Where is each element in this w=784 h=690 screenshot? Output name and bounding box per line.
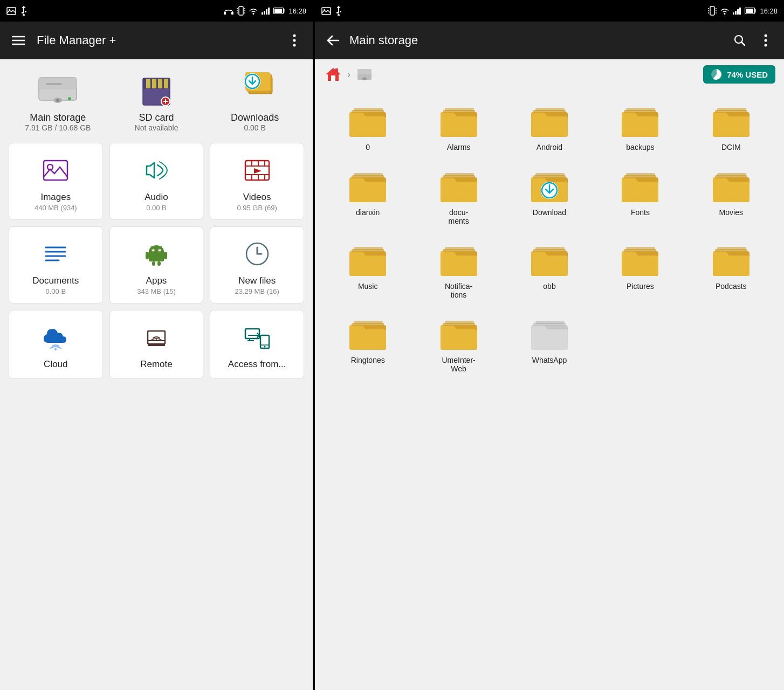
- svg-rect-137: [717, 108, 746, 111]
- status-icons-right: 16:28: [224, 6, 306, 16]
- folder-backups-icon: [616, 100, 664, 141]
- audio-sublabel: 0.00 B: [146, 204, 167, 212]
- sd-card-icon: [132, 70, 181, 108]
- folder-dcim[interactable]: DCIM: [687, 95, 775, 156]
- category-audio[interactable]: Audio 0.00 B: [109, 143, 204, 220]
- folder-dcim-icon: [707, 100, 755, 141]
- svg-rect-155: [717, 173, 746, 176]
- folder-dianxin-icon: [343, 165, 392, 206]
- svg-rect-134: [626, 108, 655, 111]
- breadcrumb-storage[interactable]: [355, 65, 374, 84]
- folder-umiinterweb[interactable]: UmeInter- Web: [414, 308, 503, 377]
- folder-whatsapp-label: WhatsApp: [532, 356, 567, 364]
- svg-rect-36: [146, 79, 150, 88]
- svg-rect-21: [274, 9, 282, 13]
- hamburger-button[interactable]: [9, 31, 28, 50]
- folder-android[interactable]: Android: [505, 95, 594, 156]
- svg-rect-16: [262, 12, 263, 15]
- folder-documents[interactable]: docu- ments: [414, 160, 503, 230]
- overflow-button-right[interactable]: [756, 31, 775, 50]
- battery-icon-r: [745, 8, 757, 14]
- signal-icon-r: [733, 7, 741, 15]
- folder-movies[interactable]: Movies: [687, 160, 775, 230]
- category-remote[interactable]: Remote: [109, 310, 204, 379]
- svg-rect-4: [25, 11, 26, 12]
- folder-fonts[interactable]: Fonts: [596, 160, 684, 230]
- folder-whatsapp[interactable]: WhatsApp: [505, 308, 594, 377]
- svg-rect-89: [322, 8, 331, 15]
- folder-notifications[interactable]: Notifica- tions: [414, 234, 503, 303]
- new-files-label: New files: [238, 275, 276, 286]
- folder-0-label: 0: [366, 143, 370, 151]
- folder-android-label: Android: [537, 143, 562, 151]
- svg-rect-72: [146, 252, 149, 259]
- folder-documents-label: docu- ments: [449, 208, 469, 225]
- access-icon: [241, 321, 273, 354]
- svg-rect-119: [357, 69, 372, 74]
- svg-point-94: [338, 14, 340, 16]
- svg-rect-73: [164, 252, 167, 259]
- folder-notifications-label: Notifica- tions: [445, 282, 472, 299]
- sd-card-item[interactable]: SD card Not available: [116, 70, 197, 132]
- folder-0-icon: [343, 100, 392, 141]
- storage-section: Main storage 7.91 GB / 10.68 GB: [9, 70, 304, 132]
- sd-card-label: SD card: [139, 112, 174, 123]
- folder-alarms[interactable]: Alarms: [414, 95, 503, 156]
- folder-download[interactable]: Download: [505, 160, 594, 230]
- folder-whatsapp-icon: [525, 313, 574, 354]
- category-new-files[interactable]: New files 23.29 MB (16): [210, 226, 304, 303]
- svg-point-114: [765, 44, 767, 47]
- folder-fonts-icon: [616, 165, 664, 206]
- app-title: File Manager +: [37, 33, 276, 47]
- documents-icon: [39, 238, 72, 270]
- downloads-item[interactable]: Downloads 0.00 B: [215, 70, 295, 132]
- folder-pictures[interactable]: Pictures: [596, 234, 684, 303]
- folder-dianxin[interactable]: dianxin: [324, 160, 412, 230]
- svg-rect-0: [7, 8, 16, 15]
- breadcrumb-home[interactable]: [324, 65, 343, 84]
- category-apps[interactable]: Apps 343 MB (15): [109, 226, 204, 303]
- category-images[interactable]: Images 440 MB (934): [9, 143, 103, 220]
- main-storage-item[interactable]: Main storage 7.91 GB / 10.68 GB: [17, 70, 98, 132]
- image-status-icon-r: [321, 7, 331, 15]
- folder-movies-label: Movies: [719, 208, 743, 217]
- folder-backups[interactable]: backups: [596, 95, 684, 156]
- images-sublabel: 440 MB (934): [35, 204, 77, 212]
- apps-label: Apps: [146, 275, 167, 286]
- folder-0[interactable]: 0: [324, 95, 412, 156]
- svg-rect-92: [336, 12, 339, 13]
- vibrate-icon: [237, 6, 245, 16]
- svg-rect-32: [46, 83, 62, 85]
- audio-icon: [140, 154, 173, 187]
- back-button[interactable]: [324, 31, 343, 50]
- search-button[interactable]: [730, 31, 749, 50]
- svg-rect-106: [739, 8, 741, 15]
- folder-android-icon: [525, 100, 574, 141]
- audio-label: Audio: [145, 192, 168, 203]
- folder-ringtones[interactable]: Ringtones: [324, 308, 412, 377]
- folder-podcasts[interactable]: Podcasts: [687, 234, 775, 303]
- svg-rect-38: [158, 79, 162, 88]
- usage-badge: 74% USED: [703, 65, 775, 84]
- downloads-label: Downloads: [231, 112, 279, 123]
- time-left: 16:28: [288, 7, 306, 15]
- svg-rect-74: [152, 261, 155, 266]
- svg-rect-80: [148, 344, 165, 346]
- folder-music[interactable]: Music: [324, 234, 412, 303]
- category-access-from[interactable]: Access from...: [210, 310, 304, 379]
- folder-obb[interactable]: obb: [505, 234, 594, 303]
- overflow-button-left[interactable]: [285, 31, 304, 50]
- svg-point-31: [56, 99, 59, 102]
- folder-pictures-label: Pictures: [627, 282, 654, 291]
- svg-marker-61: [254, 168, 262, 174]
- downloads-sublabel: 0.00 B: [244, 123, 265, 132]
- category-documents[interactable]: Documents 0.00 B: [9, 226, 103, 303]
- folder-alarms-icon: [435, 100, 483, 141]
- time-right: 16:28: [760, 7, 778, 15]
- folder-alarms-label: Alarms: [447, 143, 471, 151]
- app-bar-left: File Manager +: [0, 22, 313, 59]
- category-videos[interactable]: Videos 0.95 GB (69): [210, 143, 304, 220]
- videos-label: Videos: [243, 192, 271, 203]
- category-cloud[interactable]: Cloud: [9, 310, 103, 379]
- svg-rect-179: [535, 321, 565, 324]
